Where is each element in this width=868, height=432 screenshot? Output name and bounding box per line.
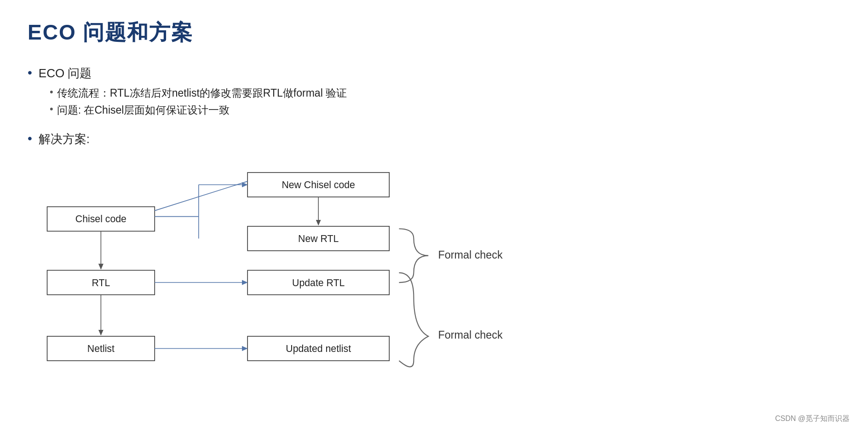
- bullet-eco-sub1: • 传统流程：RTL冻结后对netlist的修改需要跟RTL做formal 验证: [50, 86, 840, 100]
- rtl-label: RTL: [92, 277, 110, 288]
- bullet-solution: • 解决方案:: [28, 131, 840, 147]
- bullet-dot-l2-1: •: [50, 86, 53, 98]
- bullet-eco-sub2-text: 问题: 在Chisel层面如何保证设计一致: [57, 103, 230, 117]
- bullet-eco-sub1-text: 传统流程：RTL冻结后对netlist的修改需要跟RTL做formal 验证: [57, 86, 347, 100]
- watermark: CSDN @觅子知而识器: [775, 414, 850, 424]
- slide-title: ECO 问题和方案: [28, 18, 840, 47]
- bullet-solution-text: 解决方案:: [39, 131, 90, 147]
- bullet-dot-l1-2: •: [28, 131, 32, 146]
- bullet-dot-l1: •: [28, 65, 32, 80]
- diagram-area: Chisel code RTL Netlist New Chisel code …: [28, 161, 810, 419]
- formal-check-1-label: Formal check: [438, 249, 503, 261]
- netlist-label: Netlist: [87, 343, 115, 354]
- line-chisel-to-newchisel: [155, 181, 247, 211]
- formal-check-2-label: Formal check: [438, 329, 503, 341]
- bullet-eco-sub2: • 问题: 在Chisel层面如何保证设计一致: [50, 103, 840, 117]
- bullet-eco-problem: • ECO 问题: [28, 65, 840, 81]
- diagram-svg: Chisel code RTL Netlist New Chisel code …: [28, 161, 810, 419]
- bullet-section-solution: • 解决方案:: [28, 131, 840, 147]
- updated-netlist-label: Updated netlist: [286, 343, 351, 354]
- new-chisel-label: New Chisel code: [282, 179, 355, 190]
- brace-formal2: [399, 273, 429, 367]
- bullet-eco-problem-text: ECO 问题: [39, 65, 92, 81]
- update-rtl-label: Update RTL: [292, 277, 345, 288]
- chisel-label: Chisel code: [75, 213, 126, 225]
- new-rtl-label: New RTL: [298, 233, 339, 244]
- brace-formal1: [399, 229, 429, 282]
- bullet-dot-l2-2: •: [50, 103, 53, 115]
- bullet-section-eco: • ECO 问题 • 传统流程：RTL冻结后对netlist的修改需要跟RTL做…: [28, 65, 840, 117]
- slide-container: ECO 问题和方案 • ECO 问题 • 传统流程：RTL冻结后对netlist…: [0, 0, 868, 432]
